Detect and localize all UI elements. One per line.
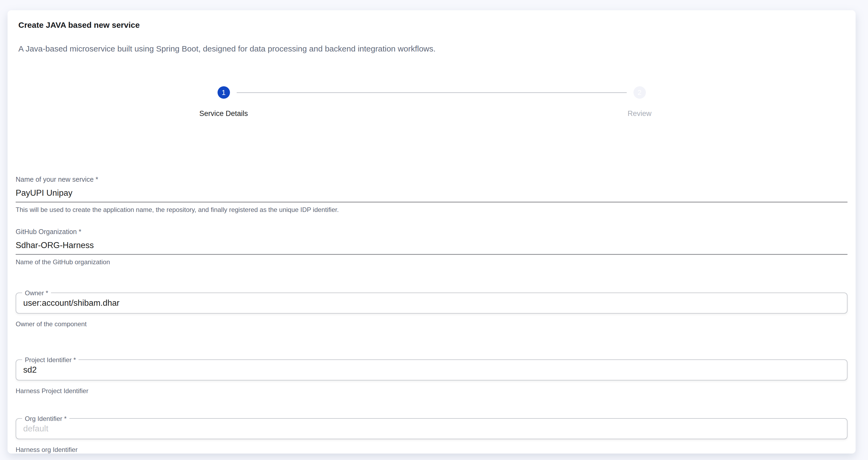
create-service-card: Create JAVA based new service A Java-bas… (7, 10, 856, 454)
page-subtitle: A Java-based microservice built using Sp… (18, 44, 847, 54)
step-review: 2 Review (432, 86, 847, 118)
stepper: 1 Service Details 2 Review (16, 86, 847, 118)
owner-input[interactable] (16, 293, 847, 313)
github-organization-input[interactable] (16, 237, 847, 255)
page-title: Create JAVA based new service (18, 20, 847, 30)
org-identifier-label: Org Identifier * (22, 415, 69, 423)
step-1-label: Service Details (199, 109, 248, 118)
field-project-identifier: Project Identifier * (16, 359, 847, 381)
project-identifier-helper: Harness Project Identifier (16, 387, 847, 395)
service-name-label: Name of your new service * (16, 175, 847, 183)
service-name-input[interactable] (16, 185, 847, 202)
field-org-identifier: Org Identifier * (16, 418, 847, 439)
field-github-organization: GitHub Organization * Name of the GitHub… (16, 228, 847, 266)
owner-helper: Owner of the component (16, 320, 847, 328)
stepper-connector-line (237, 92, 627, 93)
org-identifier-input[interactable] (16, 419, 847, 439)
project-identifier-input[interactable] (16, 360, 847, 380)
field-service-name: Name of your new service * This will be … (16, 175, 847, 214)
github-organization-label: GitHub Organization * (16, 228, 847, 236)
step-2-circle: 2 (633, 86, 646, 99)
service-name-helper: This will be used to create the applicat… (16, 206, 847, 214)
org-identifier-helper: Harness org Identifier (16, 446, 847, 454)
step-service-details: 1 Service Details (16, 86, 432, 118)
step-1-circle: 1 (218, 86, 230, 99)
github-organization-helper: Name of the GitHub organization (16, 258, 847, 266)
field-owner: Owner * (16, 293, 847, 314)
project-identifier-label: Project Identifier * (22, 356, 79, 364)
step-2-label: Review (627, 109, 652, 118)
owner-label: Owner * (22, 289, 51, 297)
